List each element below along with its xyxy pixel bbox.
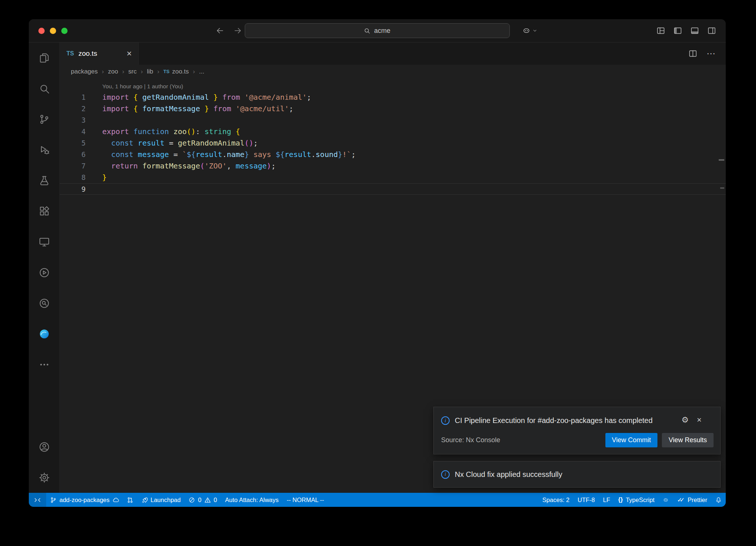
code-line[interactable]: 8}: [60, 172, 726, 183]
run-debug-icon: [38, 144, 50, 156]
code-lines: 1import { getRandomAnimal } from '@acme/…: [60, 92, 726, 195]
view-results-button[interactable]: View Results: [662, 433, 714, 447]
settings-button[interactable]: [29, 462, 59, 493]
split-editor-button[interactable]: [689, 50, 697, 58]
sidebar-item-remote-explorer[interactable]: [29, 226, 59, 257]
code-line[interactable]: 4export function zoo(): string {: [60, 126, 726, 137]
code-line[interactable]: 9: [60, 183, 726, 195]
code-line[interactable]: 3: [60, 115, 726, 126]
copilot-menu-button[interactable]: [522, 26, 537, 35]
close-window-button[interactable]: [38, 28, 45, 34]
tab-zoo-ts[interactable]: TS zoo.ts ×: [60, 42, 139, 65]
code-segment: const: [111, 150, 138, 159]
formatter-status[interactable]: ✓✓ Prettier: [673, 493, 711, 507]
sidebar-item-extensions[interactable]: [29, 196, 59, 226]
notification-settings-button[interactable]: ⚙: [681, 415, 689, 425]
auto-attach-status[interactable]: Auto Attach: Always: [221, 493, 283, 507]
sidebar-item-search[interactable]: [29, 73, 59, 104]
breadcrumb-item-packages[interactable]: packages: [71, 68, 98, 75]
view-commit-button[interactable]: View Commit: [605, 433, 658, 447]
sidebar-item-nx-console[interactable]: [29, 257, 59, 288]
sidebar-item-run-debug[interactable]: [29, 134, 59, 165]
encoding-status[interactable]: UTF-8: [574, 493, 599, 507]
inspect-circle-icon: [38, 297, 50, 309]
line-number[interactable]: 9: [60, 184, 86, 194]
status-bar: add-zoo-packages Launchpad 0 0 Auto Atta…: [29, 493, 726, 507]
sidebar-item-testing[interactable]: [29, 165, 59, 196]
code-segment: result: [285, 150, 311, 159]
breadcrumb-item-zoo[interactable]: zoo: [108, 68, 118, 75]
account-button[interactable]: [29, 431, 59, 462]
breadcrumb-item-file[interactable]: TS zoo.ts: [164, 68, 189, 75]
tab-close-button[interactable]: ×: [127, 49, 132, 58]
code-line[interactable]: 5 const result = getRandomAnimal();: [60, 137, 726, 149]
info-icon: i: [441, 416, 450, 425]
code-line[interactable]: 2import { formatMessage } from '@acme/ut…: [60, 103, 726, 115]
breadcrumb-item-src[interactable]: src: [128, 68, 137, 75]
code-line[interactable]: 7 return formatMessage('ZOO', message);: [60, 160, 726, 172]
code-line[interactable]: 6 const message = `${result.name} says $…: [60, 149, 726, 160]
toggle-secondary-sidebar-button[interactable]: [708, 27, 716, 35]
code-segment: function: [133, 127, 173, 136]
code-segment: ;: [253, 139, 258, 147]
notification-close-button[interactable]: ×: [697, 415, 702, 425]
pull-request-status[interactable]: [123, 493, 137, 507]
code-segment: (: [187, 127, 191, 136]
blame-annotation[interactable]: You, 1 hour ago | 1 author (You): [60, 81, 726, 92]
minimize-window-button[interactable]: [50, 28, 56, 34]
source-control-icon: [38, 113, 50, 125]
language-status[interactable]: {} TypeScript: [614, 493, 659, 507]
line-number[interactable]: 3: [60, 115, 86, 126]
copilot-status[interactable]: [659, 493, 673, 507]
extensions-icon: [38, 205, 50, 217]
code-segment: formatMessage: [142, 161, 200, 170]
launchpad-label: Launchpad: [151, 496, 181, 504]
line-number[interactable]: 5: [60, 137, 86, 149]
line-number[interactable]: 4: [60, 126, 86, 137]
code-segment: {: [133, 93, 142, 102]
notification-center: i CI Pipeline Execution for #add-zoo-pac…: [433, 407, 721, 488]
back-button[interactable]: [215, 26, 225, 35]
code-segment: getRandomAnimal: [178, 139, 245, 147]
code-segment: '@acme/animal': [244, 93, 307, 102]
toggle-panel-button[interactable]: [691, 27, 699, 35]
line-number[interactable]: 2: [60, 103, 86, 115]
eol-status[interactable]: LF: [599, 493, 614, 507]
breadcrumb-item-symbol[interactable]: ...: [199, 68, 204, 75]
forward-button[interactable]: [233, 26, 243, 35]
line-number[interactable]: 6: [60, 149, 86, 160]
toggle-primary-sidebar-button[interactable]: [674, 27, 682, 35]
chevron-right-icon: ›: [193, 68, 195, 75]
code-segment: }: [200, 104, 213, 113]
branch-status[interactable]: add-zoo-packages: [46, 493, 123, 507]
line-number[interactable]: 7: [60, 160, 86, 172]
problems-status[interactable]: 0 0: [185, 493, 221, 507]
line-number[interactable]: 1: [60, 92, 86, 103]
breadcrumb-item-lib[interactable]: lib: [147, 68, 153, 75]
code-text: }: [86, 172, 107, 183]
customize-layout-button[interactable]: [657, 27, 665, 35]
remote-icon: [34, 497, 41, 503]
sidebar-item-more[interactable]: [29, 349, 59, 380]
branch-icon: [50, 497, 56, 503]
line-number[interactable]: 8: [60, 172, 86, 183]
branch-name: add-zoo-packages: [59, 496, 110, 504]
indentation-status[interactable]: Spaces: 2: [538, 493, 573, 507]
command-center[interactable]: acme: [245, 23, 510, 38]
notifications-bell[interactable]: [711, 493, 726, 507]
vim-mode-status[interactable]: -- NORMAL --: [283, 493, 328, 507]
code-segment: ;: [307, 93, 311, 102]
editor-more-actions-button[interactable]: ⋯: [707, 48, 715, 59]
code-segment: .: [222, 150, 227, 159]
zoom-window-button[interactable]: [61, 28, 68, 34]
launchpad-status[interactable]: Launchpad: [137, 493, 185, 507]
activity-bar: [29, 42, 60, 493]
sidebar-item-explorer[interactable]: [29, 42, 59, 73]
code-line[interactable]: 1import { getRandomAnimal } from '@acme/…: [60, 92, 726, 103]
sidebar-item-inspect[interactable]: [29, 288, 59, 318]
sidebar-item-edge-devtools[interactable]: [29, 318, 59, 349]
code-segment: sound: [316, 150, 338, 159]
remote-indicator[interactable]: [29, 493, 46, 507]
sidebar-item-source-control[interactable]: [29, 104, 59, 134]
history-nav: [215, 26, 243, 35]
